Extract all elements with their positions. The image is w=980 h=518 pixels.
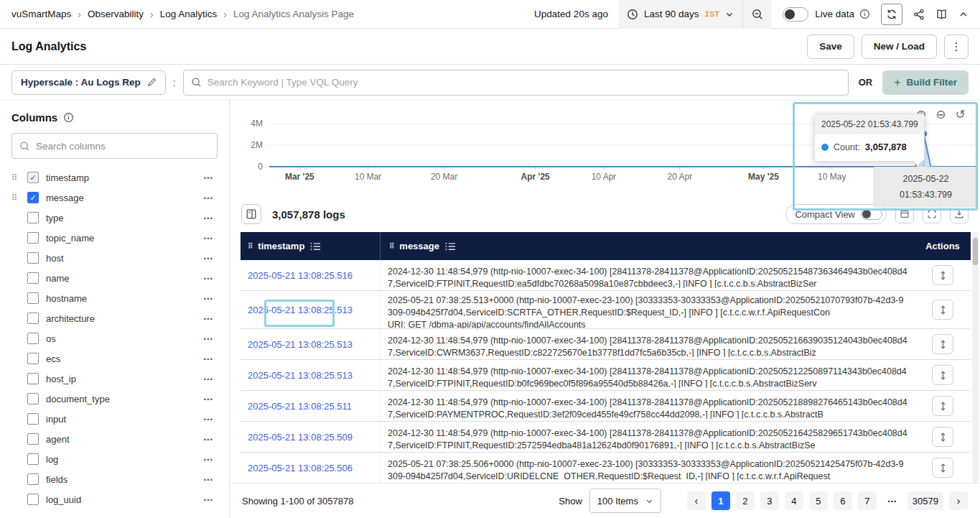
page-button-2[interactable]: 2 xyxy=(736,491,755,510)
expand-row-button[interactable] xyxy=(932,396,953,416)
column-list-item-log_uuid[interactable]: log_uuid⋯ xyxy=(11,489,218,509)
timestamp-link[interactable]: 2025-05-21 13:08:25.509 xyxy=(248,432,353,443)
collapse-navbar-chevron-up-icon[interactable] xyxy=(958,9,969,19)
page-button-5[interactable]: 5 xyxy=(809,491,828,510)
column-checkbox[interactable]: ✓ xyxy=(27,172,39,183)
more-options-icon[interactable]: ⋯ xyxy=(203,393,218,404)
column-list-item-timestamp[interactable]: ⠿✓timestamp⋯ xyxy=(11,167,218,188)
more-options-icon[interactable]: ⋯ xyxy=(203,313,218,324)
compact-view-toggle[interactable]: Compact View xyxy=(785,204,887,224)
column-list-item-hostname[interactable]: hostname⋯ xyxy=(11,288,218,308)
more-options-icon[interactable]: ⋯ xyxy=(203,232,218,244)
column-checkbox[interactable] xyxy=(27,433,39,445)
page-button-3[interactable]: 3 xyxy=(760,491,779,510)
live-data-toggle[interactable] xyxy=(783,7,808,22)
column-checkbox[interactable] xyxy=(27,292,39,304)
timestamp-link[interactable]: 2025-05-21 13:08:25.513 xyxy=(248,370,353,381)
table-scrollbar[interactable] xyxy=(972,232,979,483)
edit-pencil-icon[interactable] xyxy=(147,78,157,87)
column-checkbox[interactable] xyxy=(27,473,39,485)
timestamp-link[interactable]: 2025-05-21 13:08:25.511 xyxy=(248,401,352,412)
more-options-icon[interactable]: ⋯ xyxy=(203,413,218,425)
column-header-timestamp[interactable]: ⠿ timestamp xyxy=(241,232,381,260)
save-button[interactable]: Save xyxy=(807,34,854,59)
more-options-icon[interactable]: ⋯ xyxy=(203,353,218,364)
page-size-select[interactable]: 100 Items xyxy=(589,489,661,513)
toggle-columns-panel-button[interactable] xyxy=(241,204,261,224)
column-list-item-topic_name[interactable]: topic_name⋯ xyxy=(11,228,218,248)
column-checkbox[interactable] xyxy=(27,313,39,324)
chart-zoom-out-icon[interactable]: ⊖ xyxy=(935,108,946,121)
more-options-icon[interactable]: ⋯ xyxy=(203,333,218,344)
page-button-30579[interactable]: 30579 xyxy=(907,491,943,510)
column-list-item-ecs[interactable]: ecs⋯ xyxy=(11,348,218,369)
drag-handle-icon[interactable]: ⠿ xyxy=(389,242,393,250)
column-menu-icon[interactable] xyxy=(310,242,321,251)
column-list-item-agent[interactable]: agent⋯ xyxy=(11,429,218,449)
column-checkbox[interactable] xyxy=(27,212,39,223)
drag-handle-icon[interactable]: ⠿ xyxy=(11,193,27,203)
next-page-button[interactable]: › xyxy=(949,491,968,510)
column-list-item-os[interactable]: os⋯ xyxy=(11,328,218,348)
time-zoom-out-button[interactable] xyxy=(743,0,772,29)
more-options-icon[interactable]: ⋯ xyxy=(203,494,218,505)
columns-search-input[interactable] xyxy=(36,141,210,152)
more-options-icon[interactable]: ⋯ xyxy=(203,172,218,183)
column-checkbox[interactable] xyxy=(27,453,39,465)
scrollbar-thumb[interactable] xyxy=(973,238,978,265)
expand-row-button[interactable] xyxy=(932,365,953,385)
column-list-item-message[interactable]: ⠿✓message⋯ xyxy=(11,188,218,208)
more-options-icon[interactable]: ⋯ xyxy=(203,453,218,465)
info-icon[interactable] xyxy=(63,112,74,123)
more-options-icon[interactable]: ⋯ xyxy=(203,292,218,304)
more-options-icon[interactable]: ⋯ xyxy=(203,272,218,284)
column-checkbox[interactable] xyxy=(27,252,39,264)
drag-handle-icon[interactable]: ⠿ xyxy=(248,242,252,250)
compact-toggle-switch[interactable] xyxy=(861,208,882,220)
more-options-icon[interactable]: ⋯ xyxy=(203,212,218,223)
more-options-icon[interactable]: ⋯ xyxy=(203,473,218,485)
previous-page-button[interactable]: ‹ xyxy=(687,491,706,510)
column-list-item-fields[interactable]: fields⋯ xyxy=(11,469,218,489)
expand-row-button[interactable] xyxy=(932,265,953,285)
breadcrumb-item-observability[interactable]: Observability xyxy=(88,9,144,19)
column-checkbox[interactable] xyxy=(27,333,39,344)
chart-restore-icon[interactable]: ↺ xyxy=(956,108,966,121)
column-list-item-document_type[interactable]: document_type⋯ xyxy=(11,389,218,409)
new-load-button[interactable]: New / Load xyxy=(862,34,937,59)
breadcrumb-item-home[interactable]: vuSmartMaps xyxy=(11,9,71,19)
page-button-7[interactable]: 7 xyxy=(858,491,877,510)
page-button-4[interactable]: 4 xyxy=(785,491,803,510)
timestamp-link[interactable]: 2025-05-21 13:08:25.516 xyxy=(248,270,353,281)
column-checkbox[interactable] xyxy=(27,232,39,244)
column-list-item-type[interactable]: type⋯ xyxy=(11,208,218,228)
expand-row-button[interactable] xyxy=(932,300,953,320)
page-button-6[interactable]: 6 xyxy=(834,491,852,510)
column-list-item-host[interactable]: host⋯ xyxy=(11,248,218,268)
expand-row-button[interactable] xyxy=(932,427,953,447)
column-header-message[interactable]: ⠿ message xyxy=(381,232,915,260)
column-list-item-log[interactable]: log⋯ xyxy=(11,449,218,469)
column-checkbox[interactable] xyxy=(27,393,39,404)
vql-search-input[interactable] xyxy=(207,77,841,88)
build-filter-button[interactable]: + Build Filter xyxy=(882,70,969,95)
column-checkbox[interactable] xyxy=(27,272,39,284)
info-icon[interactable] xyxy=(859,9,870,19)
drag-handle-icon[interactable]: ⠿ xyxy=(11,173,27,182)
timestamp-link[interactable]: 2025-05-21 13:08:25.513 xyxy=(248,305,353,315)
expand-row-button[interactable] xyxy=(932,458,953,478)
documentation-book-icon[interactable] xyxy=(935,9,948,20)
more-options-icon[interactable]: ⋯ xyxy=(203,252,218,264)
column-list-item-architecture[interactable]: architecture⋯ xyxy=(11,308,218,328)
more-options-icon[interactable]: ⋯ xyxy=(203,373,218,384)
share-icon[interactable] xyxy=(913,9,925,20)
column-checkbox[interactable] xyxy=(27,373,39,384)
column-checkbox[interactable]: ✓ xyxy=(27,192,39,203)
expand-row-button[interactable] xyxy=(932,334,953,354)
datasource-pill[interactable]: Hyperscale : Au Logs Rep xyxy=(11,70,166,95)
column-checkbox[interactable] xyxy=(27,413,39,425)
refresh-button[interactable] xyxy=(881,4,902,25)
more-actions-button[interactable]: ⋮ xyxy=(944,34,969,59)
column-checkbox[interactable] xyxy=(27,494,39,505)
time-range-selector[interactable]: Last 90 days IST xyxy=(618,0,743,29)
